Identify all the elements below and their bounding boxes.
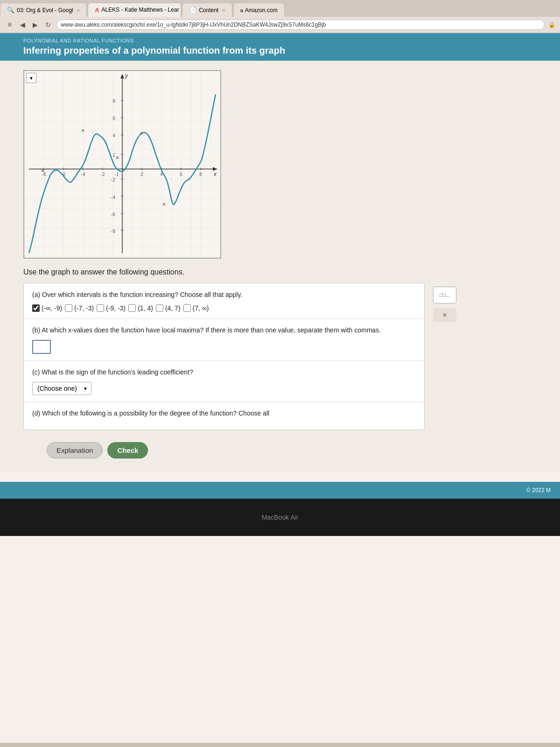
checkbox-2-label: (-7, -3) <box>74 304 94 312</box>
dropdown-wrapper: (Choose one) Positive Negative ▼ <box>32 382 91 395</box>
copyright-text: © 2022 M <box>526 487 551 493</box>
grid-view-button[interactable]: □□... <box>433 287 456 303</box>
svg-text:×: × <box>116 155 119 161</box>
explanation-button[interactable]: Explanation <box>47 442 103 458</box>
browser-chrome: 🔍 03: Org & Evol - Googl × A ALEKS - Kat… <box>0 0 560 33</box>
svg-text:-2: -2 <box>101 172 105 177</box>
checkbox-3-label: (-9, -3) <box>106 304 126 312</box>
address-bar: ≡ ◀ ▶ ↻ 🔒 <box>0 17 560 33</box>
checkbox-item-3[interactable]: (-9, -3) <box>97 304 126 312</box>
instructions-text: Use the graph to answer the following qu… <box>23 268 541 276</box>
questions-box: (a) Over which intervals is the function… <box>23 283 425 430</box>
checkbox-5[interactable] <box>156 304 163 312</box>
tab-1-close[interactable]: × <box>77 7 80 13</box>
svg-text:6: 6 <box>180 172 182 177</box>
question-b-section: (b) At which x-values does the function … <box>24 319 424 361</box>
tab-1-icon: 🔍 <box>7 7 14 14</box>
question-a-section: (a) Over which intervals is the function… <box>24 283 424 319</box>
questions-area-wrapper: (a) Over which intervals is the function… <box>23 283 541 430</box>
close-panel-button[interactable]: × <box>433 308 456 322</box>
macbook-label: MacBook Air <box>262 514 299 521</box>
checkbox-item-4[interactable]: (1, 4) <box>128 304 153 312</box>
tab-1-label: 03: Org & Evol - Googl <box>17 7 73 14</box>
footer: © 2022 M <box>0 482 560 499</box>
svg-text:-4: -4 <box>111 195 115 200</box>
page-header: POLYNOMIAL AND RATIONAL FUNCTIONS Inferr… <box>0 33 560 61</box>
svg-text:-6: -6 <box>111 212 115 217</box>
tab-3[interactable]: 📄 Content × <box>182 3 232 17</box>
chevron-down-icon: ▼ <box>29 76 34 81</box>
svg-text:y: y <box>125 72 128 79</box>
svg-text:-8: -8 <box>111 229 115 234</box>
question-b-label: (b) At which x-values does the function … <box>32 325 416 335</box>
checkbox-5-label: (4, 7) <box>165 304 181 312</box>
svg-text:-2: -2 <box>111 177 115 183</box>
side-panel: □□... × <box>429 283 460 326</box>
checkbox-item-1[interactable]: (-∞, -9) <box>32 304 62 312</box>
svg-text:2: 2 <box>140 172 143 177</box>
svg-text:8: 8 <box>199 172 202 177</box>
svg-text:4: 4 <box>112 133 115 138</box>
page-title: Inferring properties of a polynomial fun… <box>23 45 551 56</box>
svg-text:6: 6 <box>112 116 115 121</box>
checkbox-item-5[interactable]: (4, 7) <box>156 304 181 312</box>
check-button[interactable]: Check <box>107 442 148 458</box>
tab-2-icon: A <box>95 7 99 14</box>
bottom-buttons: Explanation Check <box>23 437 541 463</box>
svg-text:×: × <box>140 130 143 137</box>
menu-icon[interactable]: ≡ <box>5 20 14 30</box>
svg-text:x: x <box>213 171 217 177</box>
breadcrumb: POLYNOMIAL AND RATIONAL FUNCTIONS <box>23 38 551 43</box>
tab-1[interactable]: 🔍 03: Org & Evol - Googl × <box>0 3 87 17</box>
question-b-input[interactable] <box>32 340 51 354</box>
checkbox-item-6[interactable]: (7, ∞) <box>183 304 209 312</box>
main-area: ▼ y <box>0 61 560 472</box>
reload-button[interactable]: ↻ <box>43 20 53 29</box>
checkbox-row-a: (-∞, -9) (-7, -3) (-9, -3) (1, 4) <box>32 304 416 312</box>
checkbox-4-label: (1, 4) <box>138 304 153 312</box>
checkbox-2[interactable] <box>65 304 72 312</box>
tab-2-label: ALEKS - Katie Matthews - Lear <box>102 7 179 13</box>
lock-icon: 🔒 <box>548 21 555 28</box>
svg-text:×: × <box>81 127 84 134</box>
question-c-section: (c) What is the sign of the function's l… <box>24 361 424 402</box>
collapse-button[interactable]: ▼ <box>26 73 36 83</box>
tab-3-close[interactable]: × <box>222 7 225 13</box>
svg-text:×: × <box>162 201 166 208</box>
tab-amazon-text: Amazon.com <box>245 7 278 14</box>
leading-coefficient-dropdown[interactable]: (Choose one) Positive Negative <box>32 382 91 395</box>
svg-text:×: × <box>41 168 44 174</box>
page-content: POLYNOMIAL AND RATIONAL FUNCTIONS Inferr… <box>0 33 560 743</box>
graph-svg: y x 8 6 4 2 -2 -4 -6 -8 <box>24 71 220 258</box>
tab-amazon-label: a <box>240 7 243 13</box>
question-d-label: (d) Which of the following is a possibil… <box>32 409 416 418</box>
checkbox-1-label: (-∞, -9) <box>42 304 62 312</box>
checkbox-4[interactable] <box>128 304 136 312</box>
svg-text:8: 8 <box>112 99 115 104</box>
checkbox-3[interactable] <box>97 304 104 312</box>
grid-icon: □□... <box>440 292 450 298</box>
tab-amazon[interactable]: a Amazon.com <box>233 3 285 17</box>
tab-2[interactable]: A ALEKS - Katie Matthews - Lear × <box>88 3 181 17</box>
tab-3-icon: 📄 <box>189 7 196 14</box>
checkbox-6[interactable] <box>183 304 191 312</box>
question-d-section: (d) Which of the following is a possibil… <box>24 402 424 430</box>
svg-text:2: 2 <box>112 153 115 158</box>
question-a-label: (a) Over which intervals is the function… <box>32 290 416 300</box>
checkbox-6-label: (7, ∞) <box>193 304 209 312</box>
tab-3-label: Content <box>199 7 218 14</box>
checkbox-1[interactable] <box>32 304 40 312</box>
back-button[interactable]: ◀ <box>18 20 27 29</box>
question-c-label: (c) What is the sign of the function's l… <box>32 367 416 377</box>
forward-button[interactable]: ▶ <box>31 20 40 29</box>
tab-bar: 🔍 03: Org & Evol - Googl × A ALEKS - Kat… <box>0 0 560 17</box>
address-input[interactable] <box>56 20 545 30</box>
graph-wrapper: ▼ y <box>23 70 221 259</box>
svg-text:-1: -1 <box>115 172 119 177</box>
svg-text:-4: -4 <box>81 172 85 177</box>
macbook-bar: MacBook Air <box>0 499 560 536</box>
checkbox-item-2[interactable]: (-7, -3) <box>65 304 94 312</box>
close-icon: × <box>442 311 447 319</box>
